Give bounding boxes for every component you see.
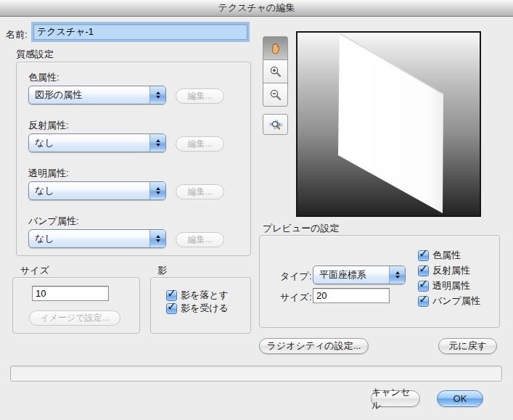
preview-color-label: 色属性 bbox=[432, 249, 461, 262]
status-bar bbox=[10, 366, 502, 382]
transparency-attribute-select[interactable]: なし bbox=[28, 181, 166, 200]
preview-type-label: タイプ: bbox=[280, 270, 312, 283]
zoom-in-icon bbox=[269, 65, 282, 78]
shadow-groupbox: ✓ 影を落とす ✓ 影を受ける bbox=[150, 277, 251, 334]
name-label: 名前: bbox=[6, 28, 28, 41]
reflection-attribute-value: なし bbox=[29, 136, 149, 149]
popup-arrows-icon bbox=[149, 134, 165, 152]
bump-attribute-value: なし bbox=[29, 232, 149, 245]
texture-name-input[interactable] bbox=[33, 24, 247, 40]
zoom-fit-tool-button[interactable] bbox=[263, 114, 288, 135]
size-groupbox: イメージで設定... bbox=[12, 277, 140, 334]
popup-arrows-icon bbox=[149, 230, 165, 247]
shadow-group-title: 影 bbox=[157, 264, 167, 277]
texture-preview-canvas[interactable] bbox=[296, 31, 481, 217]
transparency-attribute-label: 透明属性: bbox=[28, 167, 69, 180]
bump-edit-button[interactable]: 編集... bbox=[176, 232, 224, 247]
preview-reflection-checkbox[interactable]: ✓ 反射属性 bbox=[418, 264, 470, 277]
receive-shadow-label: 影を受ける bbox=[181, 302, 229, 315]
preview-transparency-checkbox[interactable]: ✓ 透明属性 bbox=[418, 279, 470, 292]
texture-size-input[interactable] bbox=[32, 286, 109, 301]
color-attribute-value: 図形の属性 bbox=[29, 88, 149, 102]
popup-arrows-icon bbox=[389, 266, 405, 284]
bump-attribute-label: バンプ属性: bbox=[28, 215, 79, 228]
hand-tool-button[interactable] bbox=[263, 36, 288, 60]
preview-plane bbox=[297, 33, 480, 215]
preview-settings-title: プレビューの設定 bbox=[263, 222, 340, 235]
color-attribute-label: 色属性: bbox=[28, 71, 59, 84]
preview-size-label: サイズ: bbox=[280, 291, 312, 304]
hand-icon bbox=[268, 41, 283, 56]
color-edit-button[interactable]: 編集... bbox=[176, 88, 224, 104]
reflection-attribute-select[interactable]: なし bbox=[28, 133, 166, 152]
zoom-fit-icon bbox=[268, 118, 283, 131]
edit-texture-dialog: テクスチャの編集 名前: 質感設定 色属性: 図形の属性 編集... 反射属性:… bbox=[0, 0, 513, 420]
reflection-attribute-label: 反射属性: bbox=[28, 119, 69, 132]
preview-type-select[interactable]: 平面座標系 bbox=[313, 265, 406, 284]
preview-color-checkbox[interactable]: ✓ 色属性 bbox=[418, 249, 461, 262]
preview-bump-label: バンプ属性 bbox=[432, 295, 480, 308]
color-attribute-select[interactable]: 図形の属性 bbox=[28, 86, 166, 104]
transparency-edit-button[interactable]: 編集... bbox=[176, 184, 224, 199]
cancel-button[interactable]: キャンセル bbox=[371, 390, 420, 407]
size-group-title: サイズ bbox=[20, 264, 49, 277]
preview-type-value: 平面座標系 bbox=[313, 268, 389, 281]
receive-shadow-checkbox[interactable]: ✓ 影を受ける bbox=[166, 302, 229, 315]
preview-bump-checkbox[interactable]: ✓ バンプ属性 bbox=[418, 295, 480, 308]
checkbox-icon: ✓ bbox=[166, 303, 177, 314]
material-groupbox: 色属性: 図形の属性 編集... 反射属性: なし 編集... 透明属性: なし… bbox=[16, 62, 251, 256]
ok-button[interactable]: OK bbox=[437, 390, 483, 407]
bump-attribute-select[interactable]: なし bbox=[28, 229, 166, 248]
popup-arrows-icon bbox=[149, 182, 165, 199]
preview-reflection-label: 反射属性 bbox=[432, 264, 470, 277]
zoom-out-tool-button[interactable] bbox=[263, 83, 288, 107]
preview-size-input[interactable] bbox=[313, 288, 390, 303]
checkbox-icon: ✓ bbox=[418, 281, 429, 292]
material-group-title: 質感設定 bbox=[16, 48, 54, 61]
title-bar[interactable]: テクスチャの編集 bbox=[0, 0, 513, 17]
checkbox-icon: ✓ bbox=[418, 250, 429, 261]
zoom-out-icon bbox=[269, 88, 282, 102]
dialog-title: テクスチャの編集 bbox=[218, 2, 295, 13]
transparency-attribute-value: なし bbox=[29, 184, 149, 197]
preview-transparency-label: 透明属性 bbox=[432, 279, 470, 292]
preview-settings-groupbox: タイプ: 平面座標系 サイズ: ✓ 色属性 ✓ 反射属性 ✓ 透明属性 ✓ バン… bbox=[259, 235, 500, 328]
checkbox-icon: ✓ bbox=[418, 265, 429, 276]
popup-arrows-icon bbox=[149, 86, 165, 104]
set-by-image-button[interactable]: イメージで設定... bbox=[29, 310, 120, 326]
checkbox-icon: ✓ bbox=[418, 296, 429, 307]
zoom-in-tool-button[interactable] bbox=[263, 59, 288, 83]
cast-shadow-label: 影を落とす bbox=[181, 289, 229, 302]
reflection-edit-button[interactable]: 編集... bbox=[176, 136, 224, 152]
radiosity-settings-button[interactable]: ラジオシティの設定... bbox=[259, 338, 369, 354]
revert-button[interactable]: 元に戻す bbox=[438, 338, 497, 354]
